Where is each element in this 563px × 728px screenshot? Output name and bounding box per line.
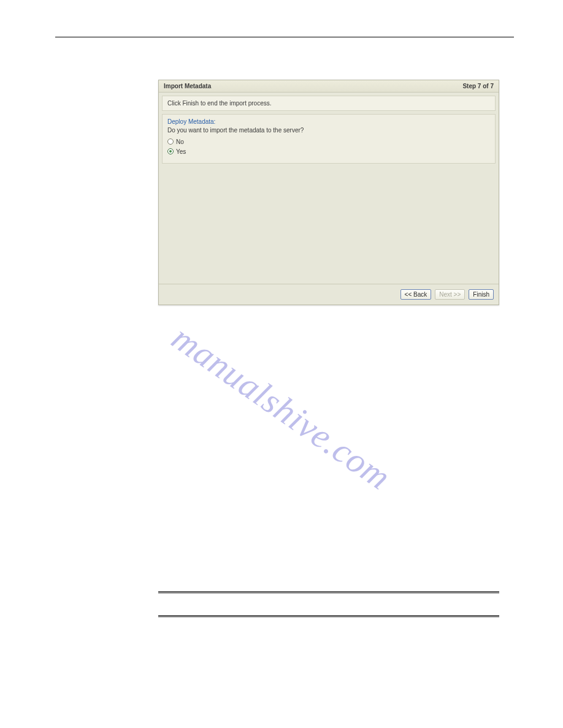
note-bottom-rule [158,615,499,617]
radio-no-label: No [176,138,184,145]
deploy-question: Do you want to import the metadata to th… [167,127,490,134]
dialog-title: Import Metadata [164,83,211,89]
finish-button[interactable]: Finish [469,289,494,300]
page-top-rule [55,37,514,37]
next-button: Next >> [435,289,465,300]
dialog-step-indicator: Step 7 of 7 [462,83,494,89]
radio-yes[interactable] [167,148,174,154]
radio-row-yes[interactable]: Yes [167,147,490,156]
radio-row-no[interactable]: No [167,137,490,146]
deploy-metadata-label: Deploy Metadata: [167,118,490,125]
dialog-footer: << Back Next >> Finish [159,284,499,305]
dialog-header: Import Metadata Step 7 of 7 [159,80,499,93]
dialog-instruction: Click Finish to end the import process. [162,96,496,111]
import-metadata-dialog: Import Metadata Step 7 of 7 Click Finish… [158,80,499,305]
back-button[interactable]: << Back [400,289,432,300]
note-block [158,591,499,617]
dialog-body: Deploy Metadata: Do you want to import t… [162,114,496,164]
radio-no[interactable] [167,138,174,145]
watermark-text: manualshive.com [164,317,399,498]
radio-yes-label: Yes [176,148,186,155]
